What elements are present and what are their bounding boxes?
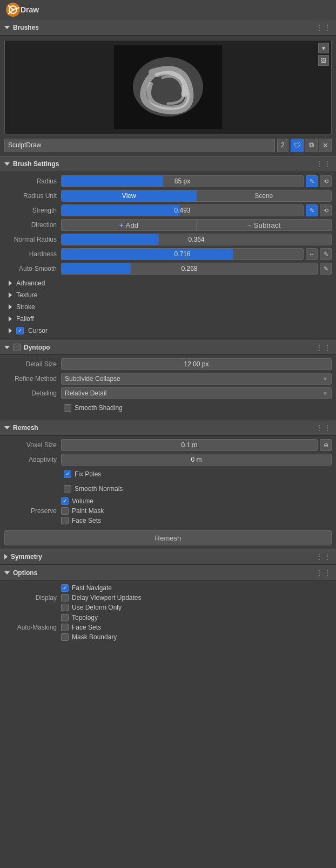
brush-name-input[interactable]	[4, 139, 275, 152]
face-sets-remesh-checkbox[interactable]	[61, 517, 69, 524]
brushes-section-header[interactable]: Brushes ⋮⋮	[0, 19, 336, 36]
symmetry-section-header[interactable]: Symmetry ⋮⋮	[0, 549, 336, 565]
smooth-normals-row: Smooth Normals	[4, 483, 332, 495]
smooth-shading-checkbox-row: Smooth Shading	[64, 404, 123, 412]
hardness-row: Hardness 0.716 ↔ ✎	[4, 248, 332, 260]
direction-subtract-btn[interactable]: − Subtract	[197, 219, 332, 231]
strength-slider[interactable]: 0.493	[61, 204, 304, 216]
paint-mask-checkbox[interactable]	[61, 507, 69, 515]
voxel-size-slider[interactable]: 0.1 m	[61, 439, 318, 451]
dyntopo-menu-icon[interactable]: ⋮⋮	[315, 343, 332, 352]
fast-navigate-container: Fast Navigate	[61, 584, 142, 592]
paint-mask-label: Paint Mask	[72, 507, 104, 515]
cursor-checkbox[interactable]	[16, 327, 24, 334]
delay-viewport-container: Delay Viewport Updates	[61, 594, 142, 602]
brush-delete-button[interactable]: ✕	[319, 139, 332, 152]
strength-reset-icon[interactable]: ⟲	[320, 204, 332, 216]
voxel-size-eyedropper-icon[interactable]: ⊕	[320, 439, 332, 451]
use-deform-checkbox[interactable]	[61, 604, 69, 611]
refine-method-row: Refine Method Subdivide Collapse ▼	[4, 373, 332, 385]
dyntopo-enable-checkbox[interactable]	[13, 344, 21, 351]
face-sets-remesh-label: Face Sets	[72, 517, 101, 524]
mask-boundary-checkbox[interactable]	[61, 633, 69, 641]
radius-lock-icon[interactable]: ✎	[306, 175, 318, 187]
remesh-button[interactable]: Remesh	[4, 530, 332, 545]
symmetry-menu-icon[interactable]: ⋮⋮	[315, 552, 332, 561]
detailing-arrow-icon: ▼	[322, 391, 328, 397]
dyntopo-panel: Detail Size 12.00 px Refine Method Subdi…	[0, 355, 336, 420]
brush-image-button[interactable]: 🖼	[318, 55, 329, 66]
hardness-slider[interactable]: 0.716	[61, 248, 304, 260]
strength-lock-icon[interactable]: ✎	[306, 204, 318, 216]
detailing-dropdown[interactable]: Relative Detail ▼	[61, 387, 332, 399]
volume-label: Volume	[72, 497, 93, 505]
strength-row: Strength 0.493 ✎ ⟲	[4, 204, 332, 216]
normal-radius-slider[interactable]: 0.364	[61, 234, 332, 245]
normal-radius-row: Normal Radius 0.364	[4, 234, 332, 245]
remesh-menu-icon[interactable]: ⋮⋮	[315, 423, 332, 432]
fast-navigate-checkbox[interactable]	[61, 584, 69, 592]
remesh-section-header[interactable]: Remesh ⋮⋮	[0, 420, 336, 436]
refine-method-label: Refine Method	[4, 375, 61, 382]
brush-duplicate-button[interactable]: ⧉	[305, 139, 318, 152]
falloff-label: Falloff	[16, 315, 33, 323]
brush-action-buttons: 🛡 ⧉ ✕	[291, 139, 332, 152]
brush-preview-image	[114, 45, 222, 129]
dyntopo-collapse-icon	[4, 346, 10, 349]
display-row: Display Fast Navigate Delay Viewport Upd…	[4, 584, 332, 611]
brush-settings-menu-icon[interactable]: ⋮⋮	[315, 160, 332, 168]
hardness-expand-icon[interactable]: ↔	[306, 248, 318, 260]
advanced-subsection[interactable]: Advanced	[4, 277, 332, 289]
stroke-subsection[interactable]: Stroke	[4, 301, 332, 313]
adaptivity-value: 0 m	[62, 456, 331, 463]
strength-value: 0.493	[62, 207, 303, 214]
direction-add-btn[interactable]: + Add	[61, 219, 197, 231]
topology-checkbox[interactable]	[61, 614, 69, 621]
cursor-subsection[interactable]: Cursor	[4, 325, 332, 337]
preserve-label: Preserve	[4, 507, 61, 515]
dyntopo-section-header[interactable]: Dyntopo ⋮⋮	[0, 340, 336, 355]
detail-size-slider[interactable]: 12.00 px	[61, 358, 332, 370]
radius-unit-scene-btn[interactable]: Scene	[197, 190, 332, 201]
volume-checkbox[interactable]	[61, 497, 69, 505]
detail-size-row: Detail Size 12.00 px	[4, 358, 332, 370]
auto-smooth-row: Auto-Smooth 0.268 ✎	[4, 263, 332, 275]
radius-slider[interactable]: 85 px	[61, 175, 304, 187]
stroke-expand-icon	[9, 304, 12, 310]
brush-shield-button[interactable]: 🛡	[291, 139, 304, 152]
falloff-subsection[interactable]: Falloff	[4, 313, 332, 325]
refine-method-dropdown[interactable]: Subdivide Collapse ▼	[61, 373, 332, 385]
refine-method-value: Subdivide Collapse	[65, 375, 120, 382]
adaptivity-slider[interactable]: 0 m	[61, 454, 332, 466]
auto-smooth-value: 0.268	[62, 265, 317, 272]
brush-settings-section-header[interactable]: Brush Settings ⋮⋮	[0, 156, 336, 172]
brush-name-row: 2 🛡 ⧉ ✕	[4, 139, 332, 152]
hardness-value: 0.716	[62, 250, 303, 258]
face-sets-options-checkbox[interactable]	[61, 624, 69, 631]
brushes-menu-icon[interactable]: ⋮⋮	[315, 23, 332, 32]
texture-subsection[interactable]: Texture	[4, 289, 332, 301]
smooth-normals-checkbox[interactable]	[64, 485, 71, 493]
radius-label: Radius	[4, 177, 61, 185]
options-menu-icon[interactable]: ⋮⋮	[315, 569, 332, 577]
delay-viewport-checkbox[interactable]	[61, 594, 69, 602]
auto-smooth-slider[interactable]: 0.268	[61, 263, 318, 275]
auto-smooth-label: Auto-Smooth	[4, 265, 61, 272]
radius-unit-view-btn[interactable]: View	[62, 190, 197, 201]
options-section-header[interactable]: Options ⋮⋮	[0, 565, 336, 581]
mask-boundary-label: Mask Boundary	[72, 633, 117, 641]
brushes-collapse-icon	[4, 26, 10, 29]
auto-smooth-lock-icon[interactable]: ✎	[320, 263, 332, 275]
hardness-lock-icon[interactable]: ✎	[320, 248, 332, 260]
strength-label: Strength	[4, 207, 61, 214]
topology-label: Topology	[72, 614, 98, 621]
radius-reset-icon[interactable]: ⟲	[320, 175, 332, 187]
direction-plus-icon: +	[119, 221, 124, 229]
fix-poles-checkbox[interactable]	[64, 470, 71, 478]
options-panel: Display Fast Navigate Delay Viewport Upd…	[0, 581, 336, 647]
direction-row: Direction + Add − Subtract	[4, 219, 332, 231]
smooth-shading-checkbox[interactable]	[64, 404, 71, 412]
voxel-size-row: Voxel Size 0.1 m ⊕	[4, 439, 332, 451]
brush-preview-area: ▼ 🖼	[4, 40, 332, 134]
brush-collapse-button[interactable]: ▼	[318, 43, 329, 53]
